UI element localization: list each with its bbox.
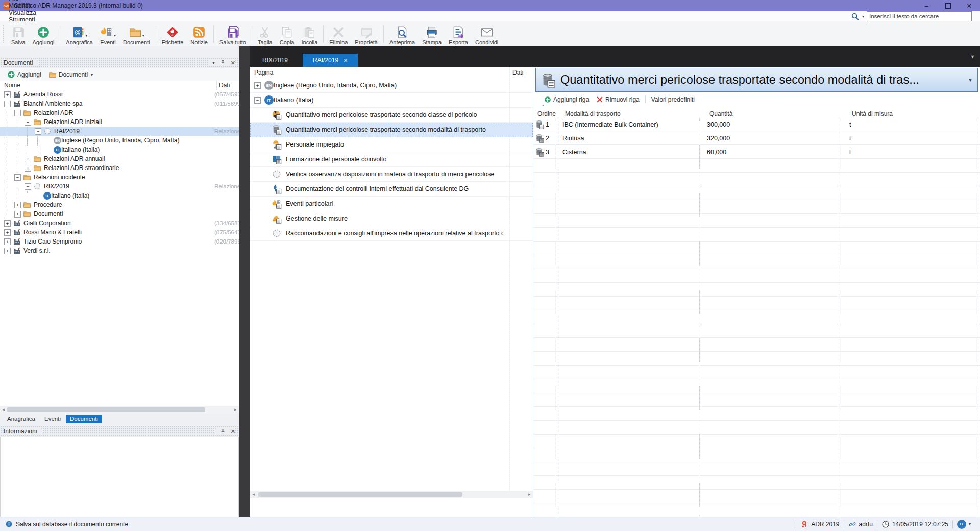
close-icon[interactable]: ✕ [231, 60, 235, 66]
page-item-italiano-italia[interactable]: −ITItaliano (Italia) [250, 93, 533, 108]
chevron-down-icon[interactable]: ▼ [970, 54, 975, 59]
toolbar-button-anagrafica[interactable]: @▾Anagrafica [62, 21, 96, 46]
toolbar-button-documenti[interactable]: ▾Documenti [119, 21, 154, 46]
scope-button[interactable]: Documenti [59, 71, 88, 78]
column-header-pagina[interactable]: Pagina [250, 69, 273, 76]
add-row-button[interactable]: Aggiungi riga [541, 96, 593, 103]
dock-tab-anagrafica[interactable]: Anagrafica [3, 415, 39, 423]
chevron-down-icon[interactable]: ▾ [85, 33, 87, 39]
toolbar-button-propriet[interactable]: Proprietà [351, 21, 381, 46]
tree-item-verdi-s-r-l[interactable]: +Verdi s.r.l. [0, 246, 239, 255]
toolbar-button-notizie[interactable]: Notizie [187, 21, 211, 46]
menu-item-modifica[interactable]: Modifica [4, 2, 41, 9]
pin-icon[interactable] [219, 428, 226, 435]
folder-icon[interactable] [48, 70, 57, 79]
toolbar-button-copia[interactable]: Copia [276, 21, 298, 46]
minimize-button[interactable]: – [916, 0, 937, 11]
toolbar-button-stampa[interactable]: Stampa [419, 21, 445, 46]
column-header-ordine[interactable]: ▲ Ordine [533, 110, 562, 117]
expand-icon[interactable]: + [4, 229, 11, 236]
close-tab-icon[interactable]: ✕ [344, 58, 348, 63]
tree-item-azienda-rossi[interactable]: +Azienda Rossi(067/4597) [0, 90, 239, 99]
dock-splitter[interactable] [239, 46, 250, 517]
add-icon[interactable] [7, 70, 15, 79]
dock-tab-eventi[interactable]: Eventi [40, 415, 65, 423]
tree-item-relazioni-adr-straordinarie[interactable]: +Relazioni ADR straordinarie [0, 163, 239, 173]
tree-item-relazioni-adr-iniziali[interactable]: −Relazioni ADR iniziali [0, 117, 239, 127]
toolbar-button-elimina[interactable]: Elimina [326, 21, 351, 46]
status-item-adr-2019[interactable]: ADR 2019 [796, 520, 843, 528]
collapse-icon[interactable]: − [254, 97, 261, 104]
collapse-icon[interactable]: − [4, 101, 11, 107]
chevron-down-icon[interactable]: ▾ [114, 33, 116, 39]
toolbar-button-salva[interactable]: Salva [8, 21, 29, 46]
tree-item-relazioni-incidente[interactable]: −Relazioni incidente [0, 173, 239, 182]
status-item-14-05-2019-12-07-25[interactable]: 14/05/2019 12:07:25 [877, 520, 952, 528]
page-item-verifica-osservanza-disposizioni-in-mate[interactable]: Verifica osservanza disposizioni in mate… [250, 167, 533, 182]
search-input[interactable] [867, 11, 972, 21]
tree-item-relazioni-adr-annuali[interactable]: +Relazioni ADR annuali [0, 154, 239, 163]
column-header-dati[interactable]: Dati [512, 69, 523, 76]
toolbar-button-aggiungi[interactable]: Aggiungi [29, 21, 58, 46]
tree-item-relazioni-adr[interactable]: −Relazioni ADR [0, 108, 239, 117]
search-icon[interactable] [851, 12, 860, 21]
chevron-down-icon[interactable]: ▼ [968, 77, 973, 83]
tree-item-rai-2019[interactable]: −RAI/2019Relazione [0, 127, 239, 136]
tree-item-rix-2019[interactable]: −RIX/2019Relazione [0, 182, 239, 191]
page-item-quantitativo-merci-pericolose-trasportat[interactable]: Quantitativo merci pericolose trasportat… [250, 123, 533, 137]
toolbar-button-taglia[interactable]: Taglia [254, 21, 276, 46]
tree-item-rossi-mario-fratelli[interactable]: +Rossi Mario & Fratelli(075/5647) [0, 228, 239, 237]
pages-horizontal-scrollbar[interactable]: ◄ ► [250, 491, 533, 498]
column-header-dati[interactable]: Dati [216, 81, 230, 90]
status-item-language[interactable]: IT▾ [953, 520, 975, 529]
column-header-modalita[interactable]: Modalità di trasporto [562, 110, 706, 117]
chevron-down-icon[interactable]: ▾ [212, 60, 215, 65]
pin-icon[interactable] [219, 60, 226, 66]
page-item-documentazione-dei-controlli-interni-eff[interactable]: Documentazione dei controlli interni eff… [250, 182, 533, 197]
scroll-left-icon[interactable]: ◄ [252, 492, 256, 497]
page-item-inglese-regno-unito-irlanda-cipro-malta[interactable]: +ENInglese (Regno Unito, Irlanda, Cipro,… [250, 78, 533, 93]
status-item-adrfu[interactable]: adrfu [844, 520, 877, 528]
document-tab-rai-2019[interactable]: RAI/2019✕ [303, 54, 358, 67]
expand-icon[interactable]: + [4, 248, 11, 254]
toolbar-button-anteprima[interactable]: Anteprima [386, 21, 419, 46]
document-tab-rix-2019[interactable]: RIX/2019 [252, 54, 298, 67]
table-row[interactable]: 2Rinfusa320,000t [533, 131, 980, 145]
default-values-button[interactable]: Valori predefiniti [648, 96, 698, 103]
column-header-nome[interactable]: Nome [0, 82, 20, 89]
scroll-left-icon[interactable]: ◄ [2, 407, 6, 412]
chevron-down-icon[interactable]: ▾ [969, 522, 971, 526]
expand-icon[interactable]: + [4, 220, 11, 227]
tree-item-italiano-italia[interactable]: −ITItaliano (Italia) [0, 191, 239, 200]
maximize-button[interactable] [937, 0, 959, 11]
toolbar-button-etichette[interactable]: 3Etichette [158, 21, 187, 46]
page-item-quantitativo-merci-pericolose-trasportat[interactable]: Quantitativo merci pericolose trasportat… [250, 108, 533, 123]
tree-item-inglese-regno-unito-irlanda-cipro-malta[interactable]: −ENInglese (Regno Unito, Irlanda, Cipro,… [0, 136, 239, 145]
scrollbar-thumb[interactable] [258, 492, 462, 497]
toolbar-button-eventi[interactable]: ▾Eventi [96, 21, 119, 46]
expand-icon[interactable]: + [4, 91, 11, 98]
tree-item-tizio-caio-sempronio[interactable]: +Tizio Caio Sempronio(020/7899) [0, 237, 239, 246]
page-item-eventi-particolari[interactable]: Eventi particolari [250, 197, 533, 211]
tree-item-documenti[interactable]: +Documenti [0, 209, 239, 219]
toolbar-button-condividi[interactable]: Condividi [472, 21, 502, 46]
page-item-raccomandazioni-e-consigli-all-impresa-n[interactable]: Raccomandazioni e consigli all'impresa n… [250, 226, 533, 241]
tree-item-procedure[interactable]: +Procedure [0, 200, 239, 209]
chevron-down-icon[interactable]: ▾ [142, 33, 144, 39]
scroll-right-icon[interactable]: ► [233, 407, 237, 412]
tree-item-bianchi-ambiente-spa[interactable]: −Bianchi Ambiente spa(011/5699) [0, 99, 239, 108]
scroll-right-icon[interactable]: ► [527, 492, 531, 497]
expand-icon[interactable]: + [4, 238, 11, 245]
tree-item-italiano-italia[interactable]: −ITItaliano (Italia) [0, 145, 239, 154]
documents-horizontal-scrollbar[interactable]: ◄ ► [0, 406, 239, 414]
add-button[interactable]: Aggiungi [17, 71, 41, 78]
toolbar-button-esporta[interactable]: Esporta [445, 21, 472, 46]
chevron-down-icon[interactable]: ▾ [91, 73, 93, 77]
table-row[interactable]: 3Cisterna60,000l [533, 145, 980, 159]
scrollbar-thumb[interactable] [7, 407, 205, 412]
toolbar-button-salva-tutto[interactable]: Salva tutto [216, 21, 250, 46]
menu-item-visualizza[interactable]: Visualizza [4, 9, 41, 16]
toolbar-button-incolla[interactable]: Incolla [298, 21, 321, 46]
column-header-unita[interactable]: Unità di misura [849, 110, 893, 117]
close-icon[interactable]: ✕ [231, 428, 235, 435]
